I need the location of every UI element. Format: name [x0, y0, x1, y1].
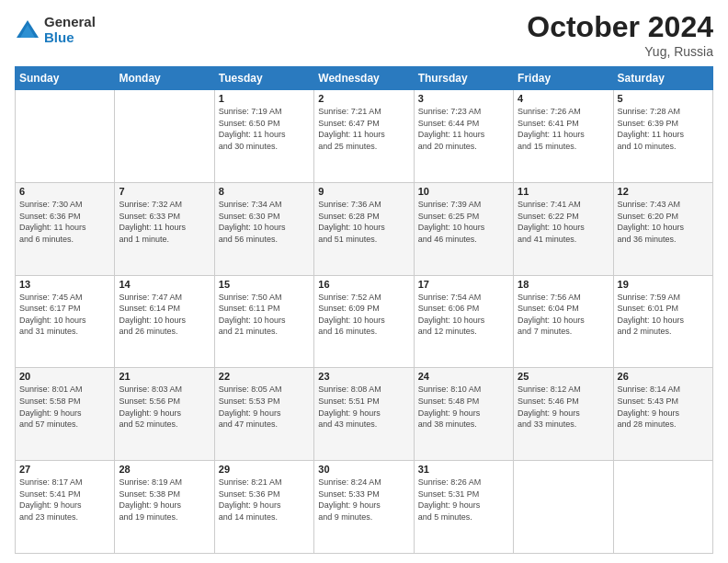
day-number: 8 — [219, 186, 310, 197]
calendar-cell: 29Sunrise: 8:21 AM Sunset: 5:36 PM Dayli… — [214, 461, 313, 554]
day-info: Sunrise: 7:54 AM Sunset: 6:06 PM Dayligh… — [418, 292, 509, 338]
week-row-1: 1Sunrise: 7:19 AM Sunset: 6:50 PM Daylig… — [16, 90, 713, 183]
day-info: Sunrise: 8:19 AM Sunset: 5:38 PM Dayligh… — [119, 477, 210, 523]
calendar-cell: 5Sunrise: 7:28 AM Sunset: 6:39 PM Daylig… — [613, 90, 712, 183]
calendar-cell: 1Sunrise: 7:19 AM Sunset: 6:50 PM Daylig… — [214, 90, 313, 183]
calendar-cell: 11Sunrise: 7:41 AM Sunset: 6:22 PM Dayli… — [514, 182, 613, 275]
day-number: 2 — [318, 93, 409, 104]
day-info: Sunrise: 8:03 AM Sunset: 5:56 PM Dayligh… — [119, 384, 210, 430]
calendar-cell: 16Sunrise: 7:52 AM Sunset: 6:09 PM Dayli… — [314, 275, 414, 368]
day-number: 7 — [119, 186, 210, 197]
day-info: Sunrise: 8:17 AM Sunset: 5:41 PM Dayligh… — [19, 477, 110, 523]
day-info: Sunrise: 7:28 AM Sunset: 6:39 PM Dayligh… — [618, 106, 709, 152]
calendar-cell: 7Sunrise: 7:32 AM Sunset: 6:33 PM Daylig… — [115, 182, 214, 275]
day-number: 19 — [618, 279, 709, 290]
day-info: Sunrise: 7:47 AM Sunset: 6:14 PM Dayligh… — [119, 292, 210, 338]
day-info: Sunrise: 7:52 AM Sunset: 6:09 PM Dayligh… — [318, 292, 409, 338]
logo-blue: Blue — [44, 30, 96, 46]
day-info: Sunrise: 7:56 AM Sunset: 6:04 PM Dayligh… — [518, 292, 609, 338]
location: Yug, Russia — [527, 44, 713, 59]
calendar-cell — [613, 461, 712, 554]
day-number: 30 — [318, 464, 409, 475]
day-number: 12 — [618, 186, 709, 197]
week-row-4: 20Sunrise: 8:01 AM Sunset: 5:58 PM Dayli… — [16, 368, 713, 461]
day-number: 21 — [119, 371, 210, 382]
day-info: Sunrise: 7:30 AM Sunset: 6:36 PM Dayligh… — [19, 199, 110, 245]
calendar-cell: 27Sunrise: 8:17 AM Sunset: 5:41 PM Dayli… — [16, 461, 115, 554]
calendar-cell: 9Sunrise: 7:36 AM Sunset: 6:28 PM Daylig… — [314, 182, 414, 275]
day-number: 13 — [19, 279, 110, 290]
calendar-cell: 3Sunrise: 7:23 AM Sunset: 6:44 PM Daylig… — [414, 90, 513, 183]
calendar-cell — [115, 90, 214, 183]
day-info: Sunrise: 7:26 AM Sunset: 6:41 PM Dayligh… — [518, 106, 609, 152]
day-info: Sunrise: 8:12 AM Sunset: 5:46 PM Dayligh… — [518, 384, 609, 430]
day-number: 20 — [19, 371, 110, 382]
calendar-cell: 23Sunrise: 8:08 AM Sunset: 5:51 PM Dayli… — [314, 368, 414, 461]
col-header-wednesday: Wednesday — [314, 67, 414, 90]
calendar-cell: 10Sunrise: 7:39 AM Sunset: 6:25 PM Dayli… — [414, 182, 513, 275]
day-info: Sunrise: 8:14 AM Sunset: 5:43 PM Dayligh… — [618, 384, 709, 430]
logo-text: General Blue — [44, 15, 96, 45]
week-row-5: 27Sunrise: 8:17 AM Sunset: 5:41 PM Dayli… — [16, 461, 713, 554]
day-info: Sunrise: 7:45 AM Sunset: 6:17 PM Dayligh… — [19, 292, 110, 338]
calendar-cell: 2Sunrise: 7:21 AM Sunset: 6:47 PM Daylig… — [314, 90, 414, 183]
col-header-monday: Monday — [115, 67, 214, 90]
calendar-cell: 19Sunrise: 7:59 AM Sunset: 6:01 PM Dayli… — [613, 275, 712, 368]
day-number: 29 — [219, 464, 310, 475]
day-number: 22 — [219, 371, 310, 382]
page: General Blue October 2024 Yug, Russia Su… — [0, 0, 728, 563]
col-header-tuesday: Tuesday — [214, 67, 313, 90]
day-number: 31 — [418, 464, 509, 475]
day-info: Sunrise: 7:43 AM Sunset: 6:20 PM Dayligh… — [618, 199, 709, 245]
day-number: 10 — [418, 186, 509, 197]
calendar-cell: 22Sunrise: 8:05 AM Sunset: 5:53 PM Dayli… — [214, 368, 313, 461]
day-info: Sunrise: 8:10 AM Sunset: 5:48 PM Dayligh… — [418, 384, 509, 430]
day-info: Sunrise: 8:21 AM Sunset: 5:36 PM Dayligh… — [219, 477, 310, 523]
header: General Blue October 2024 Yug, Russia — [15, 11, 713, 59]
day-info: Sunrise: 8:01 AM Sunset: 5:58 PM Dayligh… — [19, 384, 110, 430]
calendar-cell: 14Sunrise: 7:47 AM Sunset: 6:14 PM Dayli… — [115, 275, 214, 368]
calendar-cell — [514, 461, 613, 554]
calendar-cell: 17Sunrise: 7:54 AM Sunset: 6:06 PM Dayli… — [414, 275, 513, 368]
day-number: 4 — [518, 93, 609, 104]
title-block: October 2024 Yug, Russia — [527, 11, 713, 59]
calendar-cell: 30Sunrise: 8:24 AM Sunset: 5:33 PM Dayli… — [314, 461, 414, 554]
day-info: Sunrise: 7:59 AM Sunset: 6:01 PM Dayligh… — [618, 292, 709, 338]
calendar-cell: 4Sunrise: 7:26 AM Sunset: 6:41 PM Daylig… — [514, 90, 613, 183]
calendar-cell: 18Sunrise: 7:56 AM Sunset: 6:04 PM Dayli… — [514, 275, 613, 368]
logo-icon — [15, 17, 40, 43]
calendar-cell: 21Sunrise: 8:03 AM Sunset: 5:56 PM Dayli… — [115, 368, 214, 461]
calendar-cell: 20Sunrise: 8:01 AM Sunset: 5:58 PM Dayli… — [16, 368, 115, 461]
day-info: Sunrise: 8:05 AM Sunset: 5:53 PM Dayligh… — [219, 384, 310, 430]
calendar-table: SundayMondayTuesdayWednesdayThursdayFrid… — [15, 66, 713, 554]
calendar-cell: 26Sunrise: 8:14 AM Sunset: 5:43 PM Dayli… — [613, 368, 712, 461]
day-number: 11 — [518, 186, 609, 197]
day-info: Sunrise: 7:21 AM Sunset: 6:47 PM Dayligh… — [318, 106, 409, 152]
day-number: 9 — [318, 186, 409, 197]
day-info: Sunrise: 7:19 AM Sunset: 6:50 PM Dayligh… — [219, 106, 310, 152]
day-info: Sunrise: 8:26 AM Sunset: 5:31 PM Dayligh… — [418, 477, 509, 523]
calendar-cell: 31Sunrise: 8:26 AM Sunset: 5:31 PM Dayli… — [414, 461, 513, 554]
day-info: Sunrise: 7:41 AM Sunset: 6:22 PM Dayligh… — [518, 199, 609, 245]
col-header-sunday: Sunday — [16, 67, 115, 90]
day-number: 24 — [418, 371, 509, 382]
day-number: 14 — [119, 279, 210, 290]
calendar-cell: 13Sunrise: 7:45 AM Sunset: 6:17 PM Dayli… — [16, 275, 115, 368]
day-info: Sunrise: 7:50 AM Sunset: 6:11 PM Dayligh… — [219, 292, 310, 338]
day-number: 28 — [119, 464, 210, 475]
day-number: 23 — [318, 371, 409, 382]
col-header-friday: Friday — [514, 67, 613, 90]
day-number: 1 — [219, 93, 310, 104]
col-header-saturday: Saturday — [613, 67, 712, 90]
day-number: 5 — [618, 93, 709, 104]
day-info: Sunrise: 7:39 AM Sunset: 6:25 PM Dayligh… — [418, 199, 509, 245]
col-header-thursday: Thursday — [414, 67, 513, 90]
calendar-cell: 24Sunrise: 8:10 AM Sunset: 5:48 PM Dayli… — [414, 368, 513, 461]
calendar-cell: 28Sunrise: 8:19 AM Sunset: 5:38 PM Dayli… — [115, 461, 214, 554]
calendar-cell: 12Sunrise: 7:43 AM Sunset: 6:20 PM Dayli… — [613, 182, 712, 275]
calendar-cell: 15Sunrise: 7:50 AM Sunset: 6:11 PM Dayli… — [214, 275, 313, 368]
day-number: 25 — [518, 371, 609, 382]
day-info: Sunrise: 7:32 AM Sunset: 6:33 PM Dayligh… — [119, 199, 210, 245]
day-number: 16 — [318, 279, 409, 290]
day-info: Sunrise: 7:23 AM Sunset: 6:44 PM Dayligh… — [418, 106, 509, 152]
